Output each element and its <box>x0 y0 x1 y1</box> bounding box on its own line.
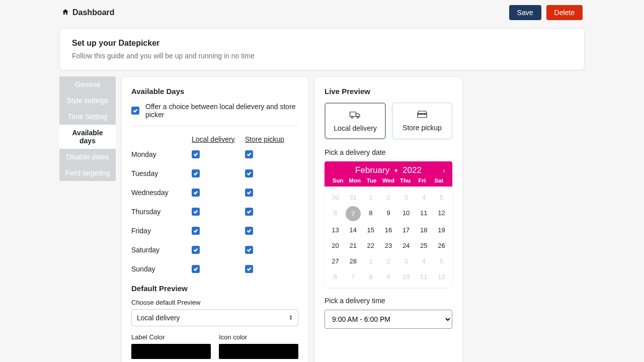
calendar-day: 12 <box>433 269 450 285</box>
calendar-day[interactable]: 15 <box>362 222 379 238</box>
day-name: Wednesday <box>131 189 192 197</box>
calendar-day[interactable]: 13 <box>327 222 344 238</box>
local-checkbox[interactable] <box>192 150 200 158</box>
calendar-day[interactable]: 7 <box>344 205 362 222</box>
save-button[interactable]: Save <box>509 5 541 20</box>
calendar-day[interactable]: 21 <box>344 238 362 253</box>
local-delivery-toggle[interactable]: Local delivery <box>325 103 386 139</box>
default-preview-select[interactable]: Local delivery ▲▼ <box>131 309 298 326</box>
sidebar-item-disable-dates[interactable]: Disable dates <box>59 149 116 165</box>
store-pickup-label: Store pickup <box>403 124 442 132</box>
calendar-day: 3 <box>397 190 415 205</box>
calendar-year[interactable]: 2022 <box>403 165 422 175</box>
icon-color-swatch[interactable] <box>219 344 298 359</box>
calendar-day[interactable]: 28 <box>344 253 362 269</box>
calendar-dow: Fri <box>414 177 430 184</box>
sidebar-item-available-days[interactable]: Available days <box>59 125 116 149</box>
calendar-day[interactable]: 24 <box>397 238 415 253</box>
calendar-day[interactable]: 19 <box>433 222 450 238</box>
calendar-day[interactable]: 23 <box>379 238 397 253</box>
calendar-day: 4 <box>415 253 433 269</box>
calendar-day[interactable]: 18 <box>415 222 433 238</box>
select-chevron-icon: ▲▼ <box>289 315 293 321</box>
calendar-day[interactable]: 17 <box>397 222 415 238</box>
home-icon <box>61 8 69 18</box>
calendar-dow: Sun <box>330 177 346 184</box>
label-color-swatch[interactable] <box>131 344 211 359</box>
calendar-day[interactable]: 26 <box>433 238 450 253</box>
col-local-delivery: Local delivery <box>192 135 245 143</box>
calendar-day[interactable]: 12 <box>433 205 450 222</box>
sidebar-item-field-targeting[interactable]: Field targeting <box>59 165 116 181</box>
calendar-dow: Thu <box>397 177 414 184</box>
offer-choice-checkbox[interactable] <box>131 107 139 115</box>
pick-date-label: Pick a delivery date <box>325 148 452 156</box>
calendar-day[interactable]: 8 <box>362 205 379 222</box>
calendar-day: 9 <box>379 269 397 285</box>
calendar-day[interactable]: 9 <box>379 205 397 222</box>
topbar: Dashboard Save Delete <box>59 5 585 20</box>
calendar-day[interactable]: 10 <box>397 205 415 222</box>
local-checkbox[interactable] <box>192 227 200 235</box>
offer-choice-label: Offer a choice between local delievery a… <box>145 103 298 119</box>
calendar-dow: Mon <box>346 177 363 184</box>
available-days-title: Available Days <box>131 87 298 96</box>
calendar-day: 10 <box>397 269 415 285</box>
local-checkbox[interactable] <box>192 246 200 254</box>
calendar-day[interactable]: 11 <box>415 205 433 222</box>
calendar-dow: Sat <box>431 177 447 184</box>
store-checkbox[interactable] <box>245 246 253 254</box>
day-name: Thursday <box>131 208 192 216</box>
day-name: Friday <box>131 227 192 235</box>
calendar-day: 30 <box>327 190 344 205</box>
brand-title: Dashboard <box>72 8 115 17</box>
calendar-day[interactable]: 25 <box>415 238 433 253</box>
day-row: Saturday <box>131 246 298 254</box>
intro-card: Set up your Datepicker Follow this guide… <box>59 28 585 70</box>
store-checkbox[interactable] <box>245 150 253 158</box>
local-checkbox[interactable] <box>192 189 200 197</box>
sidebar-item-general[interactable]: General <box>59 76 116 93</box>
local-checkbox[interactable] <box>192 169 200 177</box>
store-checkbox[interactable] <box>245 189 253 197</box>
calendar-day[interactable]: 14 <box>344 222 362 238</box>
sidebar-item-style-settings[interactable]: Style settings <box>59 93 116 109</box>
chevron-down-icon: ▼ <box>393 168 398 173</box>
label-color-label: Label Color <box>131 333 211 341</box>
local-checkbox[interactable] <box>192 265 200 273</box>
calendar-day: 5 <box>433 190 450 205</box>
svg-point-2 <box>357 116 359 118</box>
sidebar: GeneralStyle settingsTime SettingAvailab… <box>59 76 116 362</box>
day-row: Sunday <box>131 265 298 273</box>
day-name: Tuesday <box>131 169 192 177</box>
calendar-day: 2 <box>379 190 397 205</box>
default-preview-title: Default Preview <box>131 284 298 293</box>
calendar-day: 1 <box>362 253 379 269</box>
store-checkbox[interactable] <box>245 227 253 235</box>
calendar-day[interactable]: 20 <box>327 238 344 253</box>
local-checkbox[interactable] <box>192 208 200 216</box>
delete-button[interactable]: Delete <box>546 5 583 20</box>
default-preview-value: Local delivery <box>137 314 180 322</box>
calendar-day[interactable]: 16 <box>379 222 397 238</box>
sidebar-item-time-setting[interactable]: Time Setting <box>59 109 116 125</box>
store-checkbox[interactable] <box>245 208 253 216</box>
choose-default-label: Choose default Preview <box>131 299 298 306</box>
store-checkbox[interactable] <box>245 169 253 177</box>
calendar-next-icon[interactable]: › <box>443 166 445 174</box>
calendar-month[interactable]: February <box>355 165 389 175</box>
col-store-pickup: Store pickup <box>245 135 298 143</box>
calendar-dow: Wed <box>380 177 396 184</box>
calendar-day[interactable]: 22 <box>362 238 379 253</box>
available-days-panel: Available Days Offer a choice between lo… <box>121 76 309 362</box>
calendar: February ▼ 2022 › SunMonTueWedThuFriSat … <box>325 161 452 288</box>
day-row: Friday <box>131 227 298 235</box>
store-pickup-toggle[interactable]: Store pickup <box>392 103 452 139</box>
truck-icon <box>330 110 381 121</box>
day-name: Monday <box>131 150 192 158</box>
day-name: Saturday <box>131 246 192 254</box>
store-checkbox[interactable] <box>245 265 253 273</box>
calendar-day[interactable]: 27 <box>327 253 344 269</box>
day-row: Tuesday <box>131 169 298 177</box>
delivery-time-select[interactable]: 9:00 AM - 6:00 PM <box>325 310 452 329</box>
